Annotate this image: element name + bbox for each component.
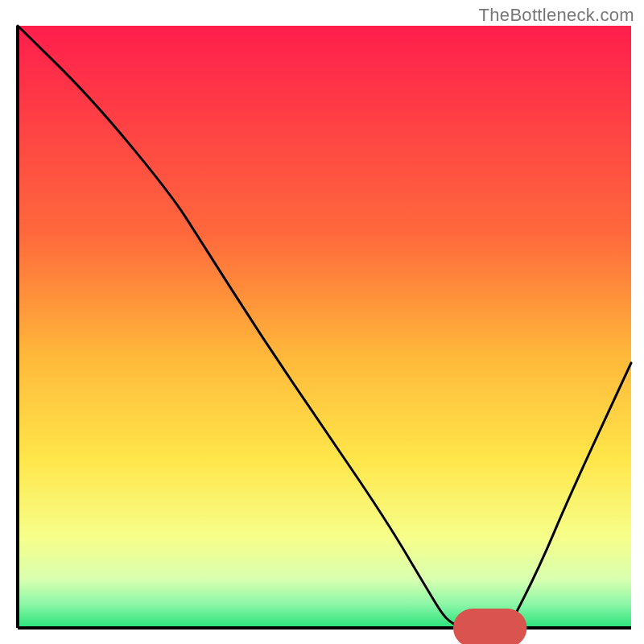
attribution-label: TheBottleneck.com bbox=[479, 5, 634, 26]
gradient-background bbox=[18, 26, 631, 628]
chart-canvas bbox=[0, 0, 644, 644]
bottleneck-chart: TheBottleneck.com bbox=[0, 0, 644, 644]
optimal-marker bbox=[453, 609, 526, 644]
